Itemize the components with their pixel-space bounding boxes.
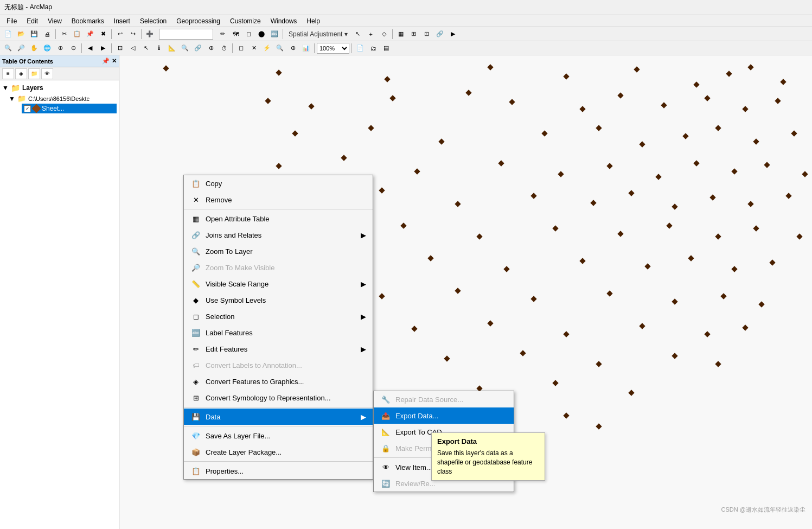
open-btn[interactable]: 📂: [15, 28, 27, 40]
map-dot: [704, 95, 710, 101]
sep3: [141, 29, 142, 39]
node-btn[interactable]: +: [365, 28, 377, 40]
delete-btn[interactable]: ✖: [97, 28, 109, 40]
menu-bookmarks[interactable]: Bookmarks: [67, 16, 108, 26]
redo-btn[interactable]: ↪: [127, 28, 139, 40]
ctx-use-symbol[interactable]: ◆ Use Symbol Levels: [184, 292, 373, 308]
pan-btn[interactable]: ✋: [28, 42, 40, 54]
layout-btn[interactable]: 📄: [354, 42, 366, 54]
ctx-selection[interactable]: ◻ Selection ▶: [184, 308, 373, 324]
ctx-copy[interactable]: 📋 Copy: [184, 175, 373, 192]
full-extent-btn[interactable]: ⊡: [114, 42, 126, 54]
find-btn[interactable]: 🔍: [179, 42, 191, 54]
menu-help[interactable]: Help: [302, 16, 324, 26]
cursor-btn[interactable]: ↖: [352, 28, 364, 40]
menu-insert[interactable]: Insert: [110, 16, 135, 26]
zoom-sel-btn[interactable]: 🔍: [274, 42, 286, 54]
align-btn[interactable]: ⊡: [421, 28, 433, 40]
watermark: CSDN @逝水如流年轻往返染尘: [721, 506, 805, 514]
tooltip-title: Export Data: [437, 437, 539, 445]
ctx-create-package[interactable]: 📦 Create Layer Package...: [184, 444, 373, 460]
desel-btn[interactable]: ⊖: [67, 42, 79, 54]
print-btn[interactable]: 🖨: [41, 28, 53, 40]
hyperlink-btn[interactable]: 🔗: [192, 42, 204, 54]
table-btn[interactable]: ▦: [395, 28, 407, 40]
ctx-zoom-layer[interactable]: 🔍 Zoom To Layer: [184, 243, 373, 259]
tooltip-body: Save this layer's data as a shapefile or…: [437, 449, 539, 476]
info-btn[interactable]: ℹ: [153, 42, 165, 54]
new-btn[interactable]: 📄: [2, 28, 14, 40]
toc-tab-list[interactable]: ≡: [2, 68, 14, 79]
layout2-btn[interactable]: 🗂: [367, 42, 379, 54]
ctx-save-layer[interactable]: 💎 Save As Layer File...: [184, 428, 373, 444]
sel-feat-btn[interactable]: ◻: [235, 42, 247, 54]
menu-edit[interactable]: Edit: [22, 16, 42, 26]
editor-btn[interactable]: ✏: [216, 28, 228, 40]
map-canvas[interactable]: 📋 Copy ✕ Remove ▦ Open Attribute Table 🔗…: [119, 55, 812, 529]
label-btn[interactable]: 🔤: [268, 28, 280, 40]
menu-windows[interactable]: Windows: [266, 16, 302, 26]
ctx-convert-symbology[interactable]: ⊞ Convert Symbology to Representation...: [184, 390, 373, 406]
ctx-properties[interactable]: 📋 Properties...: [184, 463, 373, 479]
undo-btn[interactable]: ↩: [114, 28, 126, 40]
map-dot: [753, 138, 759, 144]
graph-btn[interactable]: 📊: [300, 42, 312, 54]
ctx-label-features[interactable]: 🔤 Label Features: [184, 324, 373, 341]
copy-btn[interactable]: 📋: [71, 28, 83, 40]
link-btn[interactable]: 🔗: [434, 28, 446, 40]
center-btn[interactable]: ⊕: [287, 42, 299, 54]
select-btn[interactable]: ◻: [242, 28, 254, 40]
grid-btn[interactable]: ⊞: [408, 28, 420, 40]
toc-close-btn[interactable]: ✕: [112, 58, 117, 65]
measure-btn[interactable]: 📐: [166, 42, 178, 54]
toc-tab-draw[interactable]: ◈: [15, 68, 27, 79]
menu-view[interactable]: View: [43, 16, 66, 26]
toc-folder-header[interactable]: ▼ 📁 C:\Users\86156\Desktc: [9, 93, 117, 104]
toc-tab-source[interactable]: 📁: [28, 68, 40, 79]
menu-selection[interactable]: Selection: [136, 16, 171, 26]
ctx-data[interactable]: 💾 Data ▶: [184, 409, 373, 425]
menu-customize[interactable]: Customize: [226, 16, 265, 26]
fwd-btn[interactable]: ▶: [97, 42, 109, 54]
data-export[interactable]: 📤 Export Data...: [374, 407, 514, 424]
time-btn[interactable]: ⏱: [218, 42, 230, 54]
add-data-btn[interactable]: ➕: [144, 28, 156, 40]
more-btn[interactable]: ▶: [447, 28, 459, 40]
ctx-joins[interactable]: 🔗 Joins and Relates ▶: [184, 227, 373, 243]
select-arrow-btn[interactable]: ↖: [140, 42, 152, 54]
menu-file[interactable]: File: [2, 16, 21, 26]
toc-pin-btn[interactable]: 📌: [102, 58, 110, 65]
back-btn[interactable]: ◀: [84, 42, 96, 54]
identify-btn[interactable]: ⬤: [255, 28, 267, 40]
sel-all-btn[interactable]: ⊕: [54, 42, 66, 54]
poly-btn[interactable]: ◇: [378, 28, 390, 40]
layer-checkbox[interactable]: [24, 105, 31, 112]
globe-btn[interactable]: 🌐: [41, 42, 53, 54]
zoom-select[interactable]: 100%: [317, 43, 349, 54]
spatial-adj-label[interactable]: Spatial Adjustment ▾: [285, 30, 351, 38]
ctx-edit-features[interactable]: ✏ Edit Features ▶: [184, 341, 373, 357]
prev-extent-btn[interactable]: ◁: [127, 42, 139, 54]
ctx-visible-scale[interactable]: 📏 Visible Scale Range ▶: [184, 276, 373, 292]
map-dot: [693, 160, 699, 166]
ctx-open-attr[interactable]: ▦ Open Attribute Table: [184, 211, 373, 227]
identify2-btn[interactable]: ⊕: [205, 42, 217, 54]
zoom-out-btn[interactable]: 🔎: [15, 42, 27, 54]
map-btn[interactable]: 🗺: [229, 28, 241, 40]
menu-geoprocessing[interactable]: Geoprocessing: [172, 16, 225, 26]
toc-layers-header[interactable]: ▼ 📁 Layers: [2, 82, 117, 93]
toc-tab-visibility[interactable]: 👁: [41, 68, 53, 79]
paste-btn[interactable]: 📌: [84, 28, 96, 40]
cut-btn[interactable]: ✂: [58, 28, 70, 40]
layout3-btn[interactable]: ▤: [380, 42, 392, 54]
scale-arrow: ▶: [361, 280, 366, 288]
flash-btn[interactable]: ⚡: [261, 42, 273, 54]
ctx-remove[interactable]: ✕ Remove: [184, 192, 373, 208]
toc-layer-item[interactable]: Sheet...: [22, 104, 117, 113]
layer-dropdown[interactable]: [159, 29, 213, 40]
zoom-in-btn[interactable]: 🔍: [2, 42, 14, 54]
clear-sel-btn[interactable]: ✕: [248, 42, 260, 54]
ctx-convert-features[interactable]: ◈ Convert Features to Graphics...: [184, 373, 373, 390]
save-btn[interactable]: 💾: [28, 28, 40, 40]
map-dot: [276, 163, 282, 169]
